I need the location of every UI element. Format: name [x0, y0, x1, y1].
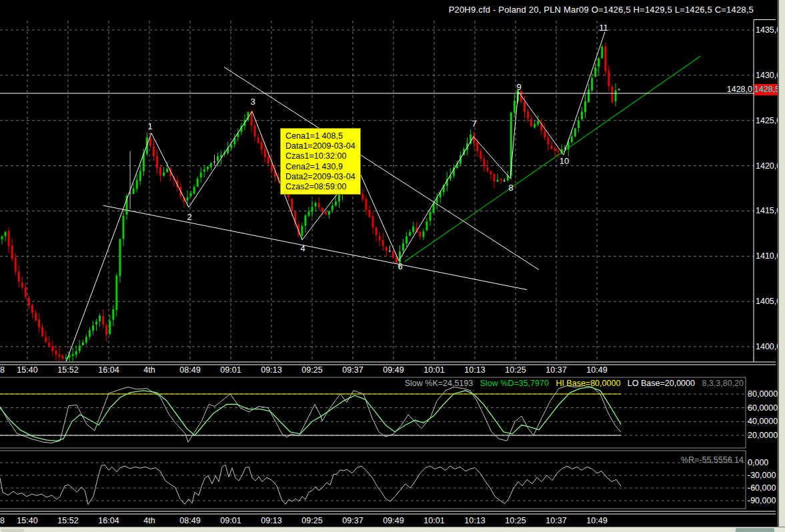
- williams-panel-border: [0, 451, 746, 509]
- time-axis-label: 8: [0, 365, 5, 375]
- stoch-axis-label: 20,0000: [748, 431, 778, 440]
- wave-label-6: 6: [398, 261, 402, 271]
- time-axis-label: 16:04: [98, 365, 119, 375]
- time-axis-label: 8: [0, 516, 5, 525]
- time-axis-label: 10:01: [424, 516, 444, 525]
- time-axis-label: 09:01: [220, 365, 241, 375]
- wr-axis-label: -30,000: [748, 471, 776, 480]
- time-axis-label: 10:49: [586, 516, 607, 525]
- stoch-params: 8,3,3,80,20: [702, 379, 744, 388]
- wave-label-11: 11: [599, 23, 608, 33]
- time-axis-label: 16:04: [98, 516, 119, 525]
- hline-price-label: 1428,0: [727, 85, 752, 94]
- time-axis-label: 10:25: [505, 365, 526, 375]
- wave-label-2: 2: [187, 212, 191, 222]
- wr-axis-label: -60,000: [748, 483, 776, 493]
- candles-layer: [1, 43, 620, 365]
- stoch-k-readout: Slow %K=24,5193: [405, 379, 474, 388]
- wave-label-3: 3: [250, 97, 255, 107]
- trading-app-window: P20H9.cfd - Poland 20, PLN Mar09 O=1426,…: [0, 0, 785, 532]
- stoch-d-readout: Slow %D=35,7970: [480, 379, 549, 388]
- wave-label-7: 7: [472, 119, 476, 129]
- window-edge-bottom: [0, 527, 785, 532]
- time-axis-label: 10:49: [586, 365, 607, 375]
- time-axis-label: 10:13: [464, 365, 485, 375]
- time-axis-label: 4th: [143, 516, 155, 525]
- stoch-d-line: [0, 387, 621, 441]
- time-axis-label: 08:49: [179, 516, 200, 525]
- tooltip-line: Data2=2009-03-04: [285, 172, 355, 182]
- time-axis-label: 09:37: [342, 516, 363, 525]
- time-axis-label: 09:25: [301, 516, 322, 525]
- time-axis-label: 09:49: [383, 516, 404, 525]
- tooltip-line: Cena1=1 408,5: [285, 131, 355, 141]
- stoch-axis-label: 40,0000: [748, 417, 778, 426]
- chart-title: P20H9.cfd - Poland 20, PLN Mar09 O=1426,…: [449, 5, 754, 15]
- time-axis-label: 10:37: [546, 365, 566, 375]
- stoch-hi-readout: HI Base=80,0000: [556, 379, 620, 388]
- wr-axis-label: -90,000: [748, 496, 776, 505]
- support-trendline: [103, 205, 527, 289]
- wr-axis-label: 0,000: [748, 458, 768, 467]
- stoch-axis-label: 60,0000: [748, 403, 778, 413]
- chart-canvas[interactable]: [0, 0, 785, 532]
- elliott-zigzag-line: [65, 32, 605, 366]
- williams-header: %R=-55,5556 14: [681, 455, 744, 465]
- wave-label-1: 1: [147, 121, 152, 131]
- time-axis-label: 09:13: [261, 365, 281, 375]
- time-axis-label: 10:01: [424, 365, 444, 375]
- tooltip-line: Czas2=08:59:00: [285, 182, 355, 192]
- stoch-lo-readout: LO Base=20,0000: [628, 379, 695, 388]
- wave-label-4: 4: [300, 243, 305, 253]
- green-trendline: [405, 56, 700, 261]
- window-fragment-icon: [736, 528, 774, 532]
- time-axis-label: 09:37: [342, 365, 363, 375]
- scrollbar-fragment-icon[interactable]: [1, 529, 24, 532]
- time-axis-label: 15:40: [17, 365, 37, 375]
- wr-line: [0, 465, 621, 505]
- measure-tooltip: Cena1=1 408,5 Data1=2009-03-04 Czas1=10:…: [280, 128, 361, 195]
- time-axis-label: 09:25: [301, 365, 322, 375]
- tooltip-line: Czas1=10:32:00: [285, 151, 355, 161]
- tooltip-line: Cena2=1 430,9: [285, 162, 355, 172]
- wave-label-8: 8: [508, 183, 513, 193]
- time-axis-label: 10:37: [546, 516, 566, 525]
- wave-label-10: 10: [560, 156, 569, 166]
- trendlines-layer: [65, 32, 700, 366]
- time-axis-label: 10:25: [505, 516, 526, 525]
- williams-curve: [0, 465, 621, 505]
- last-price-value: 1428,5: [754, 85, 780, 94]
- time-axis-label: 15:52: [57, 365, 78, 375]
- stoch-axis-label: 80,0000: [748, 389, 778, 399]
- time-axis-label: 15:52: [57, 516, 78, 525]
- wave-label-9: 9: [516, 82, 521, 92]
- time-axis-label: 09:13: [261, 516, 281, 525]
- time-axis-label: 4th: [143, 365, 155, 375]
- time-axis-label: 09:01: [220, 516, 241, 525]
- tooltip-line: Data1=2009-03-04: [285, 141, 355, 151]
- last-price-tag: 1428,5: [754, 84, 778, 95]
- stochastic-header: Slow %K=24,5193 Slow %D=35,7970 HI Base=…: [400, 379, 744, 388]
- time-axis-label: 08:49: [179, 365, 200, 375]
- time-axis-label: 10:13: [464, 516, 485, 525]
- window-edge-right: [778, 0, 785, 532]
- time-axis-label: 09:49: [383, 365, 404, 375]
- time-axis-label: 15:40: [17, 516, 37, 525]
